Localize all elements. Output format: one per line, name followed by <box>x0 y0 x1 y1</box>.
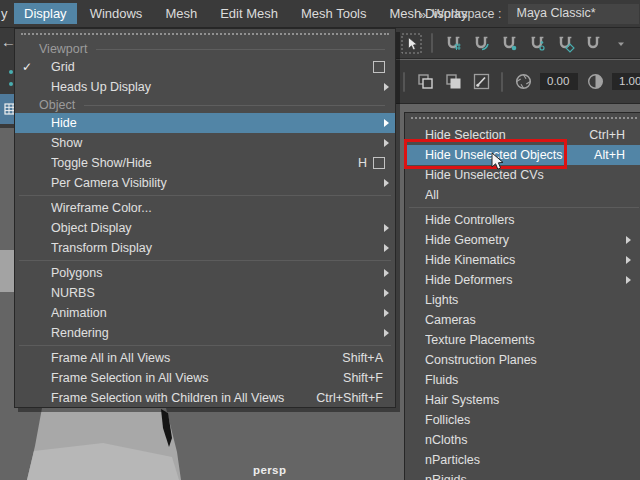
menu-item-label: NURBS <box>51 286 378 300</box>
menu-item-hotkey: Alt+H <box>594 148 625 162</box>
checkbox-icon[interactable] <box>373 157 385 169</box>
toolbar-divider <box>431 33 433 53</box>
submenu-arrow-icon <box>626 256 631 264</box>
menu-section-label: Object <box>39 98 75 112</box>
menu-item-polygons[interactable]: Polygons <box>15 263 395 283</box>
menu-item-show[interactable]: Show <box>15 133 395 153</box>
exposure-icon[interactable] <box>512 71 534 93</box>
menu-item-grid[interactable]: ✓Grid <box>15 57 395 77</box>
snap-to-point-icon[interactable] <box>498 32 520 54</box>
caret-down-icon[interactable] <box>610 32 632 54</box>
submenu-arrow-icon <box>384 309 389 317</box>
gamma-field[interactable]: 1.00 <box>612 73 640 90</box>
menu-item-label: Cameras <box>425 313 631 327</box>
menu-item-heads-up-display[interactable]: Heads Up Display <box>15 77 395 97</box>
teal-dot-icon <box>9 70 13 74</box>
menu-item-label: Polygons <box>51 266 378 280</box>
menu-item-nparticles[interactable]: nParticles <box>405 450 640 470</box>
menu-item-hide-controllers[interactable]: Hide Controllers <box>405 210 640 230</box>
submenu-arrow-icon <box>384 179 389 187</box>
menu-section-line <box>96 49 385 50</box>
menu-item-hotkey: Ctrl+H <box>589 128 625 142</box>
checkbox-icon[interactable] <box>373 61 385 73</box>
snap-to-projected-center-icon[interactable] <box>526 32 548 54</box>
menu-item-hide[interactable]: Hide <box>15 113 395 133</box>
menu-item-label: Rendering <box>51 326 378 340</box>
snap-to-curve-icon[interactable] <box>470 32 492 54</box>
menubar-item-display[interactable]: Display <box>14 3 77 24</box>
menu-item-hide-deformers[interactable]: Hide Deformers <box>405 270 640 290</box>
menubar-item-windows[interactable]: Windows <box>80 3 153 24</box>
menu-item-label: Transform Display <box>51 241 378 255</box>
menu-item-hide-geometry[interactable]: Hide Geometry <box>405 230 640 250</box>
duplicate-icon[interactable] <box>414 71 436 93</box>
menu-item-label: Fluids <box>425 373 631 387</box>
tearoff-handle[interactable] <box>21 33 389 39</box>
menu-item-wireframe-color[interactable]: Wireframe Color... <box>15 198 395 218</box>
annotation-highlight-box <box>404 139 567 169</box>
menu-item-frame-all-in-all-views[interactable]: Frame All in All ViewsShift+A <box>15 348 395 368</box>
snap-tools-group <box>400 28 640 58</box>
menu-item-construction-planes[interactable]: Construction Planes <box>405 350 640 370</box>
menu-item-transform-display[interactable]: Transform Display <box>15 238 395 258</box>
menu-item-label: Hide Geometry <box>425 233 620 247</box>
gamma-icon[interactable] <box>584 71 606 93</box>
snap-together-icon[interactable] <box>582 32 604 54</box>
menu-item-frame-selection-with-children-in-all-views[interactable]: Frame Selection with Children in All Vie… <box>15 388 395 408</box>
menu-item-label: Animation <box>51 306 378 320</box>
menu-item-nurbs[interactable]: NURBS <box>15 283 395 303</box>
menu-item-label: Per Camera Visibility <box>51 176 378 190</box>
menu-item-label: Construction Planes <box>425 353 631 367</box>
menubar-item-edit-mesh[interactable]: Edit Mesh <box>210 3 288 24</box>
menu-item-cameras[interactable]: Cameras <box>405 310 640 330</box>
menu-item-toggle-show-hide[interactable]: Toggle Show/HideH <box>15 153 395 173</box>
menu-item-ncloths[interactable]: nCloths <box>405 430 640 450</box>
menu-item-label: Hair Systems <box>425 393 631 407</box>
submenu-arrow-icon <box>384 139 389 147</box>
menu-item-label: Show <box>51 136 378 150</box>
duplicate-special-icon[interactable] <box>442 71 464 93</box>
menu-item-label: Texture Placements <box>425 333 631 347</box>
pick-color-icon[interactable] <box>470 71 492 93</box>
display-menu: Viewport✓GridHeads Up DisplayObjectHideS… <box>14 28 396 408</box>
menu-item-per-camera-visibility[interactable]: Per Camera Visibility <box>15 173 395 193</box>
menu-item-object-display[interactable]: Object Display <box>15 218 395 238</box>
clipped-menu-text: y <box>1 6 8 21</box>
menu-item-nrigids[interactable]: nRigids <box>405 470 640 480</box>
menu-item-label: Frame All in All Views <box>51 351 342 365</box>
menu-item-label: Hide Kinematics <box>425 253 620 267</box>
submenu-arrow-icon <box>384 224 389 232</box>
submenu-arrow-icon <box>384 289 389 297</box>
menu-item-rendering[interactable]: Rendering <box>15 323 395 343</box>
menu-item-fluids[interactable]: Fluids <box>405 370 640 390</box>
menu-item-hotkey: H <box>358 156 367 170</box>
menu-item-frame-selection-in-all-views[interactable]: Frame Selection in All ViewsShift+F <box>15 368 395 388</box>
snap-to-grid-icon[interactable] <box>442 32 464 54</box>
menu-item-follicles[interactable]: Follicles <box>405 410 640 430</box>
menu-item-label: Grid <box>51 60 373 74</box>
tearoff-handle[interactable] <box>411 117 637 123</box>
exposure-field[interactable]: 0.00 <box>540 73 578 90</box>
maya-window: persp 0.00 1.00 ON sRG <box>0 0 640 480</box>
menu-item-texture-placements[interactable]: Texture Placements <box>405 330 640 350</box>
submenu-arrow-icon <box>384 83 389 91</box>
menu-item-label: Hide Deformers <box>425 273 620 287</box>
workspace-dropdown[interactable]: Maya Classic* <box>508 4 639 24</box>
selection-tool-icon[interactable] <box>400 32 422 54</box>
menubar-item-mesh[interactable]: Mesh <box>155 3 207 24</box>
menu-item-label: Hide Controllers <box>425 213 631 227</box>
submenu-arrow-icon <box>626 236 631 244</box>
menu-item-animation[interactable]: Animation <box>15 303 395 323</box>
menubar-item-mesh-tools[interactable]: Mesh Tools <box>291 3 377 24</box>
camera-label: persp <box>253 464 286 476</box>
menu-item-all[interactable]: All <box>405 185 640 205</box>
menu-item-lights[interactable]: Lights <box>405 290 640 310</box>
menubar-items: DisplayWindowsMeshEdit MeshMesh ToolsMes… <box>14 3 481 24</box>
menu-item-hide-kinematics[interactable]: Hide Kinematics <box>405 250 640 270</box>
menu-item-hair-systems[interactable]: Hair Systems <box>405 390 640 410</box>
menu-section-viewport: Viewport <box>15 41 395 57</box>
teal-dot-icon <box>9 82 13 86</box>
chevron-right-icon[interactable]: » <box>419 7 425 22</box>
menu-item-label: Hide <box>51 116 378 130</box>
make-live-icon[interactable] <box>554 32 576 54</box>
